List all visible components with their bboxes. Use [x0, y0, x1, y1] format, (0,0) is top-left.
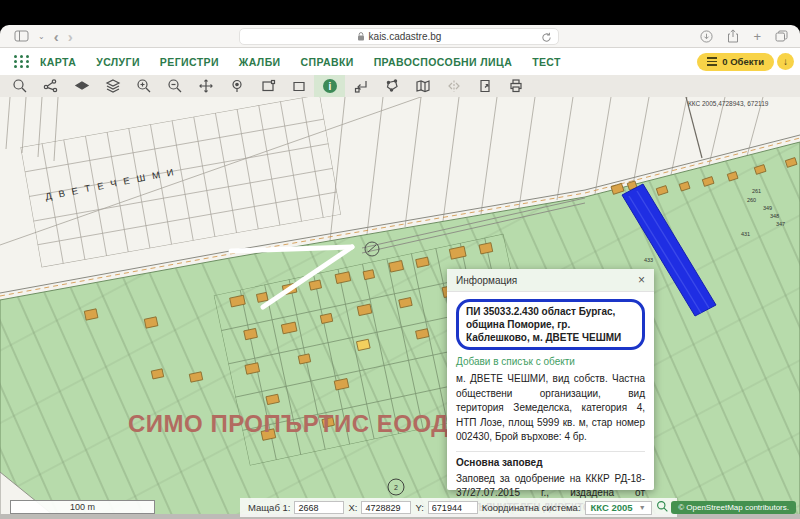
- map-area: 433 431 347 348 349 260 261 2 ДВЕТЕЧЕШМИ…: [0, 97, 800, 519]
- nav-item-karta[interactable]: КАРТА: [40, 56, 76, 68]
- coordinate-search-icon[interactable]: [656, 500, 669, 515]
- close-icon[interactable]: ×: [638, 273, 645, 287]
- map-toolbar: i: [0, 75, 800, 97]
- site-nav: КАРТА УСЛУГИ РЕГИСТРИ ЖАЛБИ СПРАВКИ ПРАВ…: [0, 48, 800, 75]
- refresh-icon[interactable]: [541, 32, 552, 43]
- x-label: X:: [348, 502, 357, 513]
- tool-select-extent[interactable]: [283, 75, 314, 97]
- svg-text:433: 433: [644, 257, 653, 263]
- tool-select-rectangle[interactable]: [252, 75, 283, 97]
- browser-toolbar: ⌄ ‹ › kais.cadastre.bg +: [0, 25, 800, 48]
- parcel-description: м. ДВЕТЕ ЧЕШМИ, вид собств. Частна общес…: [456, 372, 645, 445]
- caret-down-icon: ▼: [639, 504, 646, 511]
- parcel-id-highlight: ПИ 35033.2.430 област Бургас, община Пом…: [456, 299, 645, 350]
- tool-split: [438, 75, 469, 97]
- scale-bar: 100 m: [10, 500, 155, 514]
- map-canvas[interactable]: 433 431 347 348 349 260 261 2 ДВЕТЕЧЕШМИ…: [0, 97, 800, 519]
- tool-info[interactable]: i: [314, 75, 345, 97]
- scale-label: Мащаб 1:: [248, 502, 290, 513]
- crs-select[interactable]: ККС 2005 ▼: [585, 501, 652, 515]
- y-input[interactable]: [428, 501, 478, 514]
- tool-layers[interactable]: [97, 75, 128, 97]
- tool-print[interactable]: [500, 75, 531, 97]
- tool-export[interactable]: [469, 75, 500, 97]
- y-label: Y:: [415, 502, 423, 513]
- coordinates-bar: Мащаб 1: X: Y: Координатна система: ККС …: [240, 498, 677, 517]
- nav-item-spravki[interactable]: СПРАВКИ: [301, 56, 354, 68]
- tool-zoom-in[interactable]: [128, 75, 159, 97]
- url-text: kais.cadastre.bg: [369, 31, 442, 42]
- nav-item-test[interactable]: ТЕСТ: [532, 56, 561, 68]
- crs-label: Координатна система:: [482, 502, 581, 513]
- nav-item-zhalbi[interactable]: ЖАЛБИ: [239, 56, 281, 68]
- mac-menubar: [0, 0, 800, 25]
- forward-button[interactable]: ›: [68, 29, 73, 44]
- add-to-objects-link[interactable]: Добави в списък с обекти: [456, 356, 645, 367]
- share-icon[interactable]: [727, 29, 739, 43]
- owner-label: СИМО ПРОПЪРТИС ЕООД: [128, 410, 449, 437]
- svg-text:i: i: [328, 81, 331, 92]
- new-tab-icon[interactable]: +: [753, 29, 761, 44]
- tool-locate[interactable]: [221, 75, 252, 97]
- tool-zoom-out[interactable]: [159, 75, 190, 97]
- tool-snap-corner[interactable]: [345, 75, 376, 97]
- svg-text:349: 349: [763, 205, 772, 211]
- order-heading: Основна заповед: [456, 457, 645, 468]
- sidebar-icon[interactable]: [14, 30, 29, 42]
- list-icon: [707, 57, 717, 66]
- svg-text:2: 2: [394, 484, 398, 491]
- apps-grid-icon[interactable]: [14, 55, 30, 68]
- nav-item-uslugi[interactable]: УСЛУГИ: [96, 56, 140, 68]
- info-panel: Информация × ПИ 35033.2.430 област Бурга…: [447, 269, 654, 490]
- tool-select-polygon[interactable]: [376, 75, 407, 97]
- tool-search[interactable]: [4, 75, 35, 97]
- nav-item-registri[interactable]: РЕГИСТРИ: [160, 56, 219, 68]
- svg-text:261: 261: [752, 188, 761, 194]
- tab-overview-icon[interactable]: [775, 30, 788, 42]
- info-panel-title: Информация: [456, 275, 517, 286]
- tool-pan[interactable]: [190, 75, 221, 97]
- lock-icon: [357, 32, 365, 41]
- osm-attribution[interactable]: © OpenStreetMap contributors.: [671, 501, 796, 514]
- svg-text:260: 260: [747, 197, 756, 203]
- scale-input[interactable]: [294, 501, 344, 514]
- chevron-down-icon[interactable]: ⌄: [38, 32, 45, 41]
- objects-list-button[interactable]: 0 Обекти: [697, 53, 774, 71]
- nav-item-pravosposobni-litsa[interactable]: ПРАВОСПОСОБНИ ЛИЦА: [374, 56, 512, 68]
- x-input[interactable]: [361, 501, 411, 514]
- svg-text:431: 431: [741, 231, 750, 237]
- tool-layer-visibility[interactable]: [66, 75, 97, 97]
- back-button[interactable]: ‹: [54, 29, 59, 44]
- svg-text:348: 348: [770, 213, 779, 219]
- downloads-icon[interactable]: [700, 30, 713, 43]
- tool-map-sheets[interactable]: [407, 75, 438, 97]
- corner-coordinates: ККС 2005,4728943, 672119: [688, 100, 769, 107]
- download-objects-button[interactable]: ↓: [777, 53, 794, 70]
- address-bar[interactable]: kais.cadastre.bg: [239, 28, 559, 45]
- tool-network-select[interactable]: [35, 75, 66, 97]
- svg-text:347: 347: [776, 221, 785, 227]
